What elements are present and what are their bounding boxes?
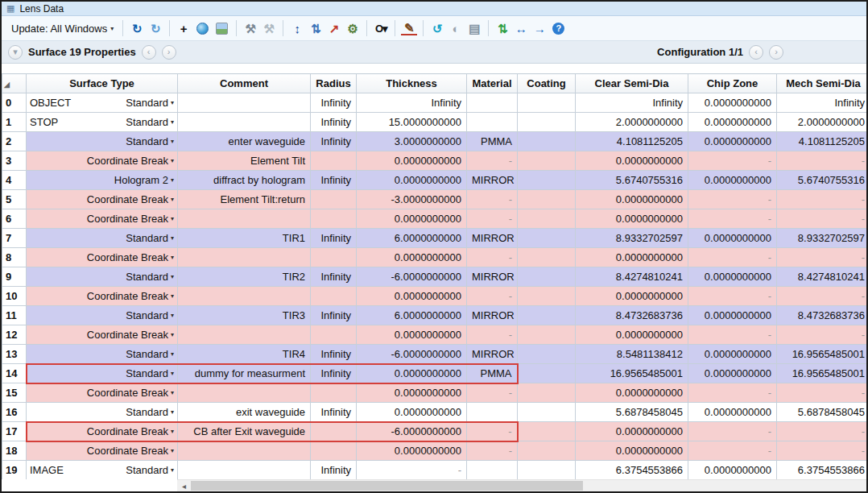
column-header-clear-semi-dia[interactable]: Clear Semi-Dia — [576, 74, 688, 93]
surface-type-cell[interactable]: STOPStandard▾ — [27, 113, 178, 132]
coating-cell[interactable] — [518, 132, 576, 151]
coating-cell[interactable] — [518, 93, 576, 113]
row-number[interactable]: 18 — [2, 441, 27, 461]
mech-cell[interactable]: 4.1081125205 — [777, 132, 867, 151]
globe-icon[interactable] — [196, 23, 209, 35]
material-cell[interactable] — [467, 403, 518, 422]
row-number[interactable]: 4 — [2, 171, 27, 190]
type-dropdown-icon[interactable]: ▾ — [171, 428, 174, 435]
type-dropdown-icon[interactable]: ▾ — [171, 331, 174, 338]
clear-cell[interactable]: 0.0000000000 — [576, 190, 688, 209]
mech-cell[interactable]: 16.9565485001 — [777, 345, 867, 364]
chip-cell[interactable]: 0.0000000000 — [688, 171, 777, 190]
coating-cell[interactable] — [518, 422, 576, 441]
surface-type-cell[interactable]: Standard▾ — [27, 306, 178, 325]
coating-cell[interactable] — [518, 383, 576, 403]
mech-cell[interactable]: 16.9565485001 — [777, 364, 867, 383]
radius-cell[interactable] — [311, 190, 357, 209]
radius-cell[interactable] — [311, 325, 357, 345]
clear-cell[interactable]: 0.0000000000 — [576, 287, 688, 306]
row-number[interactable]: 0 — [2, 93, 27, 113]
mech-cell[interactable]: - — [777, 422, 867, 441]
row-number[interactable]: 8 — [2, 248, 27, 267]
horizontal-scrollbar[interactable]: ◂ — [2, 479, 866, 491]
chip-cell[interactable]: - — [688, 383, 777, 403]
thickness-cell[interactable]: -6.0000000000 — [357, 345, 467, 364]
surface-type-cell[interactable]: Coordinate Break▾ — [27, 248, 178, 267]
type-dropdown-icon[interactable]: ▾ — [171, 350, 174, 358]
material-cell[interactable]: MIRROR — [467, 306, 518, 325]
material-cell[interactable]: - — [467, 422, 518, 441]
type-dropdown-icon[interactable]: ▾ — [171, 408, 174, 416]
coating-cell[interactable] — [518, 229, 576, 248]
coating-cell[interactable] — [518, 461, 576, 480]
type-dropdown-icon[interactable]: ▾ — [171, 389, 174, 396]
coating-cell[interactable] — [518, 364, 576, 383]
image-preview-icon[interactable] — [216, 23, 228, 35]
clear-cell[interactable]: 8.4274810241 — [576, 267, 688, 287]
element-swap-icon[interactable]: ⇅ — [308, 20, 324, 36]
chip-cell[interactable]: 0.0000000000 — [688, 113, 777, 132]
goto-icon[interactable]: → — [531, 20, 548, 36]
type-dropdown-icon[interactable]: ▾ — [171, 234, 174, 242]
type-dropdown-icon[interactable]: ▾ — [171, 312, 174, 319]
coating-cell[interactable] — [518, 113, 576, 132]
thickness-cell[interactable]: 6.0000000000 — [357, 306, 467, 325]
row-number[interactable]: 7 — [2, 229, 27, 248]
chip-cell[interactable]: 0.0000000000 — [688, 93, 777, 113]
type-dropdown-icon[interactable]: ▾ — [171, 99, 174, 106]
coating-cell[interactable] — [518, 248, 576, 267]
comment-cell[interactable] — [178, 383, 311, 403]
chip-cell[interactable]: - — [688, 287, 777, 306]
material-cell[interactable]: PMMA — [467, 364, 518, 383]
launch-icon[interactable]: ↗ — [326, 20, 342, 36]
element-updown-icon[interactable]: ↕ — [289, 20, 305, 36]
clear-cell[interactable]: 0.0000000000 — [576, 422, 688, 441]
coating-cell[interactable] — [518, 209, 576, 229]
row-number[interactable]: 3 — [2, 151, 27, 171]
surface-type-cell[interactable]: IMAGEStandard▾ — [27, 461, 178, 480]
comment-cell[interactable] — [178, 287, 311, 306]
chip-cell[interactable]: 0.0000000000 — [688, 229, 777, 248]
clear-cell[interactable]: 8.4732683736 — [576, 306, 688, 325]
thickness-cell[interactable]: 0.0000000000 — [357, 171, 467, 190]
thickness-cell[interactable]: -3.0000000000 — [357, 190, 467, 209]
chip-cell[interactable]: - — [688, 248, 777, 267]
row-number[interactable]: 14 — [2, 364, 27, 383]
comment-cell[interactable]: CB after Exit waveguide — [178, 422, 311, 441]
column-header-coating[interactable]: Coating — [518, 74, 576, 93]
mech-cell[interactable]: 5.6878458045 — [777, 403, 867, 422]
table-corner-cell[interactable]: ◢ — [2, 74, 27, 93]
coating-cell[interactable] — [518, 151, 576, 171]
convert-icon[interactable]: ↺ — [429, 20, 445, 36]
thickness-cell[interactable]: 0.0000000000 — [357, 151, 467, 171]
chip-cell[interactable]: - — [688, 422, 777, 441]
scrollbar-track[interactable] — [191, 480, 866, 491]
sync-icon[interactable]: ⇅ — [494, 20, 510, 36]
hammer-icon[interactable]: ⚒ — [242, 20, 258, 36]
thickness-cell[interactable]: - — [357, 461, 467, 480]
surface-type-cell[interactable]: Standard▾ — [27, 267, 178, 287]
radius-cell[interactable]: Infinity — [311, 171, 357, 190]
radius-cell[interactable]: Infinity — [311, 229, 357, 248]
type-dropdown-icon[interactable]: ▾ — [171, 157, 174, 164]
comment-cell[interactable]: exit waveguide — [178, 403, 311, 422]
thickness-cell[interactable]: 0.0000000000 — [357, 383, 467, 403]
material-cell[interactable]: MIRROR — [467, 171, 518, 190]
mech-cell[interactable]: 2.0000000000 — [777, 113, 867, 132]
row-number[interactable]: 12 — [2, 325, 27, 345]
radius-cell[interactable] — [311, 209, 357, 229]
comment-cell[interactable]: TIR4 — [178, 345, 311, 364]
chip-cell[interactable]: 0.0000000000 — [688, 403, 777, 422]
material-cell[interactable] — [467, 461, 518, 480]
material-cell[interactable] — [467, 93, 518, 113]
coating-cell[interactable] — [518, 441, 576, 461]
coating-cell[interactable] — [518, 306, 576, 325]
chip-cell[interactable]: 0.0000000000 — [688, 364, 777, 383]
material-cell[interactable]: MIRROR — [467, 229, 518, 248]
clear-cell[interactable]: 8.5481138412 — [576, 345, 688, 364]
chip-cell[interactable]: - — [688, 325, 777, 345]
comment-cell[interactable] — [178, 325, 311, 345]
comment-cell[interactable]: Element Tilt — [178, 151, 311, 171]
surface-type-cell[interactable]: Standard▾ — [27, 345, 178, 364]
